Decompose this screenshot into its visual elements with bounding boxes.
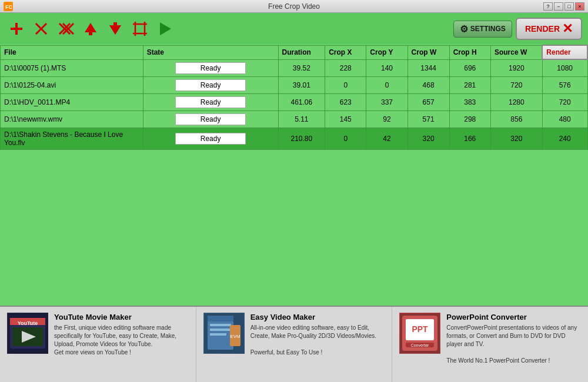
state-badge: Ready	[175, 96, 246, 108]
source-w-cell: 1280	[490, 93, 542, 110]
svg-rect-35	[210, 333, 226, 336]
help-button[interactable]: ?	[543, 2, 553, 11]
svg-marker-10	[85, 23, 96, 32]
crop-x-cell: 0	[325, 76, 366, 93]
crop-h-cell: 383	[449, 93, 490, 110]
gear-icon: ⚙	[460, 24, 468, 35]
table-row[interactable]: D:\1\00075 (1).MTSReady39.52228140134469…	[1, 59, 588, 76]
promo-easy[interactable]: EVM Easy Video Maker All-in-one video ed…	[196, 307, 393, 382]
file-table: File State Duration Crop X Crop Y Crop W…	[0, 45, 588, 150]
table-header-row: File State Duration Crop X Crop Y Crop W…	[1, 45, 588, 59]
crop-h-cell: 166	[449, 128, 490, 149]
table-row[interactable]: D:\1\newwmv.wmvReady5.111459257129885648…	[1, 110, 588, 128]
duration-cell: 39.52	[278, 59, 325, 76]
svg-rect-32	[208, 316, 233, 321]
svg-marker-23	[160, 22, 171, 35]
play-button[interactable]	[154, 18, 175, 39]
promo-youtube-image: YouTute	[7, 313, 48, 354]
duration-cell: 210.80	[278, 128, 325, 149]
col-header-crop-h: Crop H	[449, 45, 490, 59]
state-badge: Ready	[175, 79, 246, 91]
render-label: RENDER	[525, 24, 560, 33]
svg-rect-14	[135, 24, 145, 33]
file-cell: D:\1\Shakin Stevens - Because I Love You…	[1, 128, 143, 149]
move-up-button[interactable]	[80, 18, 101, 39]
minimize-button[interactable]: −	[554, 2, 563, 11]
promo-youtube-text: YouTute Movie Maker the First, unique vi…	[54, 313, 189, 357]
file-cell: D:\1\HDV_0011.MP4	[1, 93, 143, 110]
source-w-cell: 320	[490, 128, 542, 149]
col-header-render: Render	[542, 45, 587, 59]
state-cell: Ready	[143, 110, 278, 128]
promo-easy-title: Easy Video Maker	[250, 313, 385, 321]
render-icon: ✕	[562, 21, 573, 36]
source-h-cell: 576	[542, 76, 587, 93]
crop-h-cell: 281	[449, 76, 490, 93]
svg-text:EVM: EVM	[230, 334, 240, 339]
source-h-cell: 240	[542, 128, 587, 149]
promo-easy-image: EVM	[203, 313, 245, 354]
crop-w-cell: 657	[407, 93, 449, 110]
col-header-crop-y: Crop Y	[366, 45, 407, 59]
file-cell: D:\1\newwmv.wmv	[1, 110, 143, 128]
source-h-cell: 480	[542, 110, 587, 128]
duration-cell: 5.11	[278, 110, 325, 128]
source-h-cell: 720	[542, 93, 587, 110]
promo-area: YouTute YouTute Movie Maker the First, u…	[0, 306, 588, 382]
svg-rect-33	[210, 324, 231, 326]
svg-text:FC: FC	[5, 4, 12, 10]
file-table-wrapper: File State Duration Crop X Crop Y Crop W…	[0, 45, 588, 227]
crop-y-cell: 337	[366, 93, 407, 110]
move-down-button[interactable]	[105, 18, 126, 39]
remove-all-button[interactable]	[55, 18, 76, 39]
svg-rect-11	[89, 31, 92, 35]
crop-y-cell: 42	[366, 128, 407, 149]
state-cell: Ready	[143, 76, 278, 93]
crop-w-cell: 320	[407, 128, 449, 149]
source-w-cell: 1920	[490, 59, 542, 76]
state-cell: Ready	[143, 59, 278, 76]
svg-text:PPT: PPT	[412, 324, 429, 334]
state-badge: Ready	[175, 133, 246, 145]
title-bar: FC Free Crop Video ? − □ ×	[0, 0, 588, 13]
crop-y-cell: 0	[366, 76, 407, 93]
add-button[interactable]	[6, 18, 27, 39]
render-button[interactable]: RENDER ✕	[516, 18, 582, 40]
col-header-crop-w: Crop W	[407, 45, 449, 59]
crop-y-cell: 92	[366, 110, 407, 128]
maximize-button[interactable]: □	[564, 2, 574, 11]
toolbar: ⚙ SETTINGS RENDER ✕	[0, 13, 588, 45]
svg-marker-12	[109, 25, 121, 35]
promo-youtube-title: YouTute Movie Maker	[54, 313, 189, 321]
crop-h-cell: 298	[449, 110, 490, 128]
source-w-cell: 856	[490, 110, 542, 128]
source-h-cell: 1080	[542, 59, 587, 76]
remove-button[interactable]	[31, 18, 52, 39]
settings-button[interactable]: ⚙ SETTINGS	[453, 21, 512, 38]
state-badge: Ready	[175, 62, 246, 74]
col-header-state: State	[143, 45, 278, 59]
crop-button[interactable]	[129, 18, 151, 39]
col-header-crop-x: Crop X	[325, 45, 366, 59]
table-row[interactable]: D:\1\0125-04.aviReady39.0100468281720576	[1, 76, 588, 93]
crop-w-cell: 468	[407, 76, 449, 93]
promo-ppt[interactable]: PPT Converter PowerPoint Converter Conve…	[392, 307, 588, 382]
crop-x-cell: 145	[325, 110, 366, 128]
crop-x-cell: 0	[325, 128, 366, 149]
svg-rect-13	[113, 22, 117, 26]
crop-x-cell: 228	[325, 59, 366, 76]
svg-text:Converter: Converter	[411, 343, 429, 347]
state-cell: Ready	[143, 128, 278, 149]
promo-ppt-title: PowerPoint Converter	[446, 313, 581, 321]
settings-label: SETTINGS	[470, 25, 506, 33]
close-button[interactable]: ×	[575, 2, 584, 11]
file-cell: D:\1\0125-04.avi	[1, 76, 143, 93]
promo-youtube[interactable]: YouTute YouTute Movie Maker the First, u…	[0, 307, 196, 382]
table-row[interactable]: D:\1\Shakin Stevens - Because I Love You…	[1, 128, 588, 149]
promo-youtube-desc: the First, unique video editing software…	[54, 324, 189, 357]
table-row[interactable]: D:\1\HDV_0011.MP4Ready461.06623337657383…	[1, 93, 588, 110]
svg-rect-34	[210, 329, 231, 331]
window-controls: ? − □ ×	[543, 2, 584, 11]
file-cell: D:\1\00075 (1).MTS	[1, 59, 143, 76]
state-cell: Ready	[143, 93, 278, 110]
